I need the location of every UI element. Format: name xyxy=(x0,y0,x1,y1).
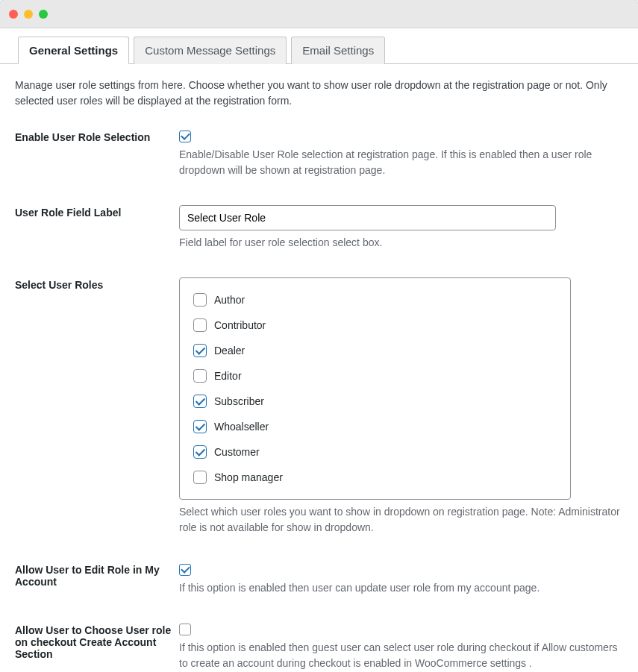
role-checkbox[interactable] xyxy=(193,471,207,484)
role-checkbox[interactable] xyxy=(193,395,207,408)
label-allow-edit-my-account: Allow User to Edit Role in My Account xyxy=(15,562,179,588)
checkbox-enable-role-selection[interactable] xyxy=(179,131,191,142)
role-item: Author xyxy=(193,293,557,307)
role-checkbox[interactable] xyxy=(193,445,207,459)
help-enable-role-selection: Enable/Disable User Role selection at re… xyxy=(179,147,623,178)
label-enable-role-selection: Enable User Role Selection xyxy=(15,130,179,143)
role-label[interactable]: Whoalseller xyxy=(214,421,269,433)
window-titlebar xyxy=(0,0,638,28)
role-label[interactable]: Subscriber xyxy=(214,395,264,407)
roles-list-box: AuthorContributorDealerEditorSubscriberW… xyxy=(179,277,571,500)
checkbox-allow-edit-my-account[interactable] xyxy=(179,564,191,576)
role-label[interactable]: Editor xyxy=(214,370,242,382)
tabs-bar: General Settings Custom Message Settings… xyxy=(0,28,638,64)
row-role-field-label: User Role Field Label Field label for us… xyxy=(15,205,623,251)
role-label[interactable]: Dealer xyxy=(214,345,245,357)
row-select-user-roles: Select User Roles AuthorContributorDeale… xyxy=(15,277,623,536)
role-label[interactable]: Shop manager xyxy=(214,471,283,483)
label-role-field-label: User Role Field Label xyxy=(15,205,179,219)
role-item: Dealer xyxy=(193,344,557,357)
role-item: Subscriber xyxy=(193,395,557,408)
help-allow-edit-my-account: If this option is enabled then user can … xyxy=(179,580,623,596)
row-enable-role-selection: Enable User Role Selection Enable/Disabl… xyxy=(15,130,623,178)
row-allow-edit-my-account: Allow User to Edit Role in My Account If… xyxy=(15,562,623,595)
input-role-field-label[interactable] xyxy=(179,205,556,230)
role-checkbox[interactable] xyxy=(193,293,207,307)
tab-email-settings[interactable]: Email Settings xyxy=(291,37,385,64)
page-description: Manage user role settings from here. Cho… xyxy=(15,78,623,109)
role-item: Whoalseller xyxy=(193,420,557,433)
label-select-user-roles: Select User Roles xyxy=(15,277,179,291)
checkbox-allow-choose-checkout[interactable] xyxy=(179,624,191,635)
close-icon[interactable] xyxy=(9,10,18,19)
settings-window: General Settings Custom Message Settings… xyxy=(0,0,638,672)
tab-content: Manage user role settings from here. Cho… xyxy=(0,64,638,672)
role-label[interactable]: Author xyxy=(214,294,245,306)
help-allow-choose-checkout: If this option is enabled then guest use… xyxy=(179,640,623,671)
tab-custom-message-settings[interactable]: Custom Message Settings xyxy=(134,37,287,64)
label-allow-choose-checkout: Allow User to Choose User role on checko… xyxy=(15,623,179,660)
role-checkbox[interactable] xyxy=(193,420,207,433)
row-allow-choose-checkout: Allow User to Choose User role on checko… xyxy=(15,623,623,671)
minimize-icon[interactable] xyxy=(24,10,33,19)
traffic-lights xyxy=(9,10,48,19)
role-item: Shop manager xyxy=(193,471,557,484)
role-checkbox[interactable] xyxy=(193,318,207,332)
maximize-icon[interactable] xyxy=(39,10,48,19)
role-label[interactable]: Customer xyxy=(214,446,260,458)
help-select-user-roles: Select which user roles you want to show… xyxy=(179,504,623,536)
role-item: Editor xyxy=(193,369,557,383)
role-checkbox[interactable] xyxy=(193,369,207,383)
role-item: Customer xyxy=(193,445,557,459)
role-checkbox[interactable] xyxy=(193,344,207,357)
tab-general-settings[interactable]: General Settings xyxy=(18,37,129,64)
help-role-field-label: Field label for user role selection sele… xyxy=(179,235,623,251)
role-label[interactable]: Contributor xyxy=(214,319,266,331)
role-item: Contributor xyxy=(193,318,557,332)
